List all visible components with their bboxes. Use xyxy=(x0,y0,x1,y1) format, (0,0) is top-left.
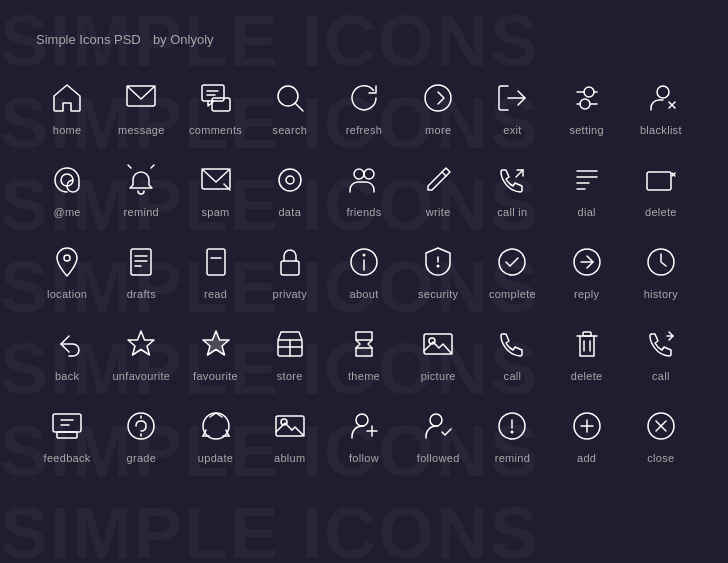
icon-call[interactable]: call xyxy=(475,316,549,388)
icon-update[interactable]: update xyxy=(178,398,252,470)
icon-remind[interactable]: remind xyxy=(104,152,178,224)
svg-rect-55 xyxy=(424,334,452,354)
spam-label: spam xyxy=(201,206,229,218)
icon-write[interactable]: write xyxy=(401,152,475,224)
icon-complete[interactable]: complete xyxy=(475,234,549,306)
icon-feedback[interactable]: feedback xyxy=(30,398,104,470)
history-icon xyxy=(641,242,681,282)
friends-label: friends xyxy=(346,206,381,218)
icon-call2[interactable]: call xyxy=(624,316,698,388)
icon-grade[interactable]: grade xyxy=(104,398,178,470)
drafts-icon xyxy=(121,242,161,282)
dial-label: dial xyxy=(577,206,595,218)
followed-label: followed xyxy=(417,452,460,464)
theme-label: theme xyxy=(348,370,380,382)
svg-rect-28 xyxy=(647,172,671,190)
icon-spam[interactable]: spam xyxy=(178,152,252,224)
followed-icon xyxy=(418,406,458,446)
icon-at-me[interactable]: @me xyxy=(30,152,104,224)
icon-location[interactable]: location xyxy=(30,234,104,306)
update-icon xyxy=(196,406,236,446)
icon-call-in[interactable]: call in xyxy=(475,152,549,224)
svg-point-43 xyxy=(437,265,440,268)
svg-rect-62 xyxy=(53,414,81,432)
icon-read[interactable]: read xyxy=(178,234,252,306)
back-icon xyxy=(47,324,87,364)
location-label: location xyxy=(47,288,87,300)
icon-setting[interactable]: setting xyxy=(550,70,624,142)
icon-store[interactable]: store xyxy=(253,316,327,388)
svg-rect-76 xyxy=(276,416,304,436)
icon-about[interactable]: about xyxy=(327,234,401,306)
icon-unfavourite[interactable]: unfavourite xyxy=(104,316,178,388)
icon-drafts[interactable]: drafts xyxy=(104,234,178,306)
icon-favourite[interactable]: favourite xyxy=(178,316,252,388)
more-icon xyxy=(418,78,458,118)
security-icon xyxy=(418,242,458,282)
icon-history[interactable]: history xyxy=(624,234,698,306)
icon-privaty[interactable]: privaty xyxy=(253,234,327,306)
picture-label: picture xyxy=(421,370,456,382)
svg-point-69 xyxy=(203,413,229,439)
call2-icon xyxy=(641,324,681,364)
refresh-label: refresh xyxy=(346,124,382,136)
message-icon xyxy=(121,78,161,118)
svg-point-84 xyxy=(511,431,514,434)
icon-remind2[interactable]: remind xyxy=(475,398,549,470)
icon-delete2[interactable]: delete xyxy=(550,316,624,388)
theme-icon xyxy=(344,324,384,364)
comments-label: comments xyxy=(189,124,242,136)
icon-home[interactable]: home xyxy=(30,70,104,142)
icon-refresh[interactable]: refresh xyxy=(327,70,401,142)
icon-followed[interactable]: followed xyxy=(401,398,475,470)
security-label: security xyxy=(418,288,458,300)
icon-friends[interactable]: friends xyxy=(327,152,401,224)
icon-picture[interactable]: picture xyxy=(401,316,475,388)
icon-dial[interactable]: dial xyxy=(550,152,624,224)
icon-exit[interactable]: exit xyxy=(475,70,549,142)
icon-message[interactable]: message xyxy=(104,70,178,142)
add-icon xyxy=(567,406,607,446)
icon-reply[interactable]: reply xyxy=(550,234,624,306)
blacklist-label: blacklist xyxy=(640,124,682,136)
svg-rect-4 xyxy=(212,98,230,111)
favourite-icon xyxy=(196,324,236,364)
svg-point-11 xyxy=(657,86,669,98)
call2-label: call xyxy=(652,370,670,382)
follow-label: follow xyxy=(349,452,379,464)
svg-point-9 xyxy=(584,87,594,97)
icon-comments[interactable]: comments xyxy=(178,70,252,142)
icon-follow[interactable]: follow xyxy=(327,398,401,470)
about-icon xyxy=(344,242,384,282)
icon-search[interactable]: search xyxy=(253,70,327,142)
reply-label: reply xyxy=(574,288,599,300)
icon-blacklist[interactable]: blacklist xyxy=(624,70,698,142)
message-label: message xyxy=(118,124,165,136)
complete-label: complete xyxy=(489,288,536,300)
remind2-icon xyxy=(492,406,532,446)
read-icon xyxy=(196,242,236,282)
at-me-icon xyxy=(47,160,87,200)
search-icon xyxy=(270,78,310,118)
ablum-icon xyxy=(270,406,310,446)
svg-point-81 xyxy=(430,414,442,426)
close-label: close xyxy=(647,452,674,464)
home-icon xyxy=(47,78,87,118)
icon-ablum[interactable]: ablum xyxy=(253,398,327,470)
icon-add[interactable]: add xyxy=(550,398,624,470)
svg-rect-32 xyxy=(131,249,151,275)
call-label: call xyxy=(504,370,522,382)
icon-theme[interactable]: theme xyxy=(327,316,401,388)
remind-label: remind xyxy=(124,206,159,218)
icon-delete[interactable]: delete xyxy=(624,152,698,224)
icon-data[interactable]: data xyxy=(253,152,327,224)
history-label: history xyxy=(644,288,679,300)
icon-back[interactable]: back xyxy=(30,316,104,388)
icon-security[interactable]: security xyxy=(401,234,475,306)
icon-more[interactable]: more xyxy=(401,70,475,142)
privaty-icon xyxy=(270,242,310,282)
icon-close[interactable]: close xyxy=(624,398,698,470)
dial-icon xyxy=(567,160,607,200)
write-label: write xyxy=(426,206,451,218)
delete2-icon xyxy=(567,324,607,364)
